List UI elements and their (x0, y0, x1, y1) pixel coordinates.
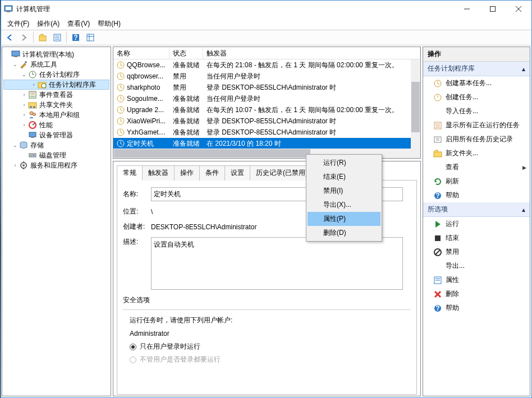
menu-view[interactable]: 查看(V) (64, 18, 93, 30)
task-row[interactable]: sharkphoto禁用登录 DESKTOP-8E5SLCH\Administr… (113, 82, 420, 93)
menu-file[interactable]: 文件(F) (4, 18, 33, 30)
action-run[interactable]: 运行 (423, 217, 530, 231)
minimize-button[interactable] (454, 1, 480, 17)
column-state[interactable]: 状态 (169, 47, 203, 59)
up-button[interactable] (36, 31, 49, 44)
maximize-button[interactable] (480, 1, 506, 17)
action-new-folder[interactable]: 新文件夹... (423, 146, 530, 160)
expand-icon[interactable]: › (20, 122, 28, 128)
action-label: 创建基本任务... (446, 78, 492, 88)
action-delete[interactable]: 删除 (423, 287, 530, 301)
action-view[interactable]: 查看▶ (423, 160, 530, 174)
action-end[interactable]: 结束 (423, 231, 530, 245)
expand-icon[interactable]: › (20, 92, 28, 98)
actions-section-selected[interactable]: 所选项 ▴ (423, 202, 530, 217)
expand-icon[interactable]: › (30, 82, 38, 87)
task-row[interactable]: qqbrowser...禁用当任何用户登录时 (113, 71, 420, 82)
list-button[interactable] (84, 31, 97, 44)
collapse-icon[interactable]: ⌄ (11, 62, 19, 67)
svg-rect-41 (33, 155, 35, 156)
action-help-selected[interactable]: ?帮助 (423, 301, 530, 315)
context-disable[interactable]: 禁用(I) (308, 184, 380, 198)
action-refresh[interactable]: 刷新 (423, 174, 530, 188)
actions-section-library[interactable]: 任务计划程序库 ▴ (423, 62, 530, 76)
radio-logged-on[interactable]: 只在用户登录时运行 (130, 342, 411, 351)
radio-icon (130, 344, 136, 350)
tree-task-library[interactable]: › 任务计划程序库 (3, 80, 109, 90)
context-properties[interactable]: 属性(P) (308, 212, 380, 226)
tree-services-apps[interactable]: › 服务和应用程序 (3, 160, 109, 170)
task-list[interactable]: 名称 状态 触发器 QQBrowse...准备就绪在每天的 21:08 - 触发… (113, 47, 421, 159)
tree-event-viewer[interactable]: › 事件查看器 (3, 90, 109, 100)
collapse-icon[interactable]: ▴ (522, 206, 525, 214)
tree-system-tools[interactable]: ⌄ 系统工具 (3, 59, 109, 70)
task-row[interactable]: QQBrowse...准备就绪在每天的 21:08 - 触发后，在 1 天 期间… (113, 59, 420, 71)
svg-rect-4 (490, 7, 496, 12)
radio-icon (130, 357, 136, 363)
action-help[interactable]: ?帮助 (423, 188, 530, 202)
app-icon (4, 4, 13, 13)
close-button[interactable] (506, 1, 531, 17)
expand-icon[interactable]: › (11, 163, 19, 168)
action-disable[interactable]: 禁用 (423, 245, 530, 259)
tree-task-scheduler[interactable]: ⌄ 任务计划程序 (3, 70, 109, 80)
context-export[interactable]: 导出(X)... (308, 198, 380, 212)
description-field[interactable]: 设置自动关机 (151, 237, 403, 290)
task-row[interactable]: XiaoWeiPri...准备就绪登录 DESKTOP-8E5SLCH\Admi… (113, 115, 420, 127)
back-button[interactable] (3, 31, 16, 44)
tree-local-users[interactable]: › 本地用户和组 (3, 110, 109, 120)
tree-shared-folders[interactable]: › 共享文件夹 (3, 100, 109, 110)
help-button[interactable]: ? (69, 31, 82, 44)
scrollbar-thumb[interactable] (411, 82, 420, 132)
task-row[interactable]: SogouIme...准备就绪当任何用户登录时 (113, 93, 420, 104)
tab-general[interactable]: 常规 (117, 165, 143, 181)
action-enable-history[interactable]: 启用所有任务历史记录 (423, 132, 530, 146)
tab-history[interactable]: 历史记录(已禁用) (250, 165, 314, 181)
task-row[interactable]: YxhGametray准备就绪登录 DESKTOP-8E5SLCH\Admini… (113, 127, 420, 138)
column-name[interactable]: 名称 (113, 47, 169, 59)
context-end[interactable]: 结束(E) (308, 170, 380, 184)
task-name-cell: qqbrowser... (113, 72, 169, 81)
action-show-running[interactable]: 显示所有正在运行的任务 (423, 118, 530, 132)
tree-root[interactable]: 计算机管理(本地) (3, 49, 109, 59)
menu-action[interactable]: 操作(A) (34, 18, 63, 30)
task-row[interactable]: Upgrade 2...准备就绪在每天的 10:07 - 触发后，在 1 天 期… (113, 104, 420, 115)
action-create-basic-task[interactable]: 创建基本任务... (423, 76, 530, 90)
vertical-scrollbar[interactable] (411, 59, 420, 149)
radio-whether-logged[interactable]: 不管用户是否登录都要运行 (130, 355, 411, 364)
security-user: Administrator (130, 330, 411, 337)
collapse-icon[interactable]: ▴ (522, 65, 525, 73)
context-delete[interactable]: 删除(D) (308, 226, 380, 240)
tab-actions[interactable]: 操作 (174, 165, 200, 181)
task-row[interactable]: 定时关机准备就绪在 2021/3/10 的 18:20 时 (113, 138, 420, 149)
action-export[interactable]: 导出... (423, 259, 530, 273)
action-import-task[interactable]: 导入任务... (423, 104, 530, 118)
context-run[interactable]: 运行(R) (308, 156, 380, 170)
location-label: 位置: (123, 207, 151, 216)
tree-storage[interactable]: ⌄ 存储 (3, 140, 109, 150)
description-label: 描述: (123, 237, 151, 247)
expand-icon[interactable]: › (20, 102, 28, 108)
forward-button[interactable] (17, 31, 31, 44)
action-properties[interactable]: 属性 (423, 273, 530, 287)
task-name-cell: XiaoWeiPri... (113, 117, 169, 126)
folder-icon (433, 149, 442, 158)
expand-icon[interactable]: › (20, 112, 28, 118)
tab-triggers[interactable]: 触发器 (142, 165, 175, 181)
menu-help[interactable]: 帮助(H) (94, 18, 124, 30)
tree-performance[interactable]: › 性能 (3, 120, 109, 130)
tab-settings[interactable]: 设置 (224, 165, 250, 181)
tree-disk-management[interactable]: 磁盘管理 (3, 150, 109, 160)
creator-label: 创建者: (123, 222, 151, 232)
column-trigger[interactable]: 触发器 (203, 47, 420, 59)
collapse-icon[interactable]: ⌄ (20, 72, 28, 77)
action-create-task[interactable]: 创建任务... (423, 90, 530, 104)
tab-conditions[interactable]: 条件 (199, 165, 225, 181)
svg-rect-37 (31, 137, 34, 138)
tree-device-manager[interactable]: 设备管理器 (3, 130, 109, 140)
navigation-tree[interactable]: 计算机管理(本地) ⌄ 系统工具 ⌄ 任务计划程序 › 任务计划程序库 › 事件… (2, 47, 111, 396)
properties-button[interactable] (51, 31, 64, 44)
scrollbar-thumb[interactable] (114, 149, 310, 158)
collapse-icon[interactable]: ⌄ (11, 142, 19, 148)
actions-scroll[interactable]: 任务计划程序库 ▴ 创建基本任务... 创建任务... 导入任务... 显示所有… (423, 62, 530, 396)
